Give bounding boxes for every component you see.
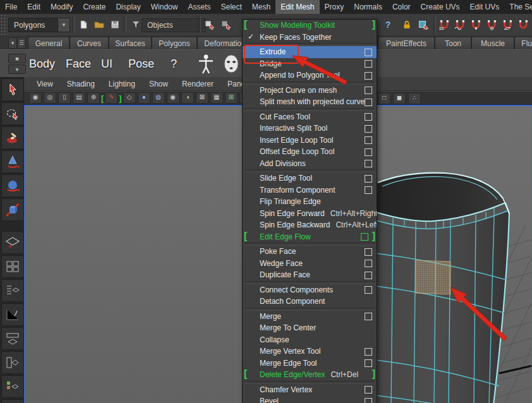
snap-to-grids-icon[interactable] bbox=[437, 18, 452, 32]
rotate-tool[interactable] bbox=[1, 174, 24, 197]
option-box[interactable] bbox=[365, 260, 372, 267]
face-mask-icon[interactable] bbox=[220, 52, 243, 75]
image-plane-icon[interactable]: ▤ bbox=[73, 92, 85, 104]
cameras-icon[interactable]: ▦ bbox=[210, 92, 223, 104]
menu-item-extrude[interactable]: Extrude bbox=[243, 46, 377, 58]
shelf-button-ui[interactable]: UI bbox=[101, 50, 112, 78]
shelf-tab-polygons[interactable]: Polygons bbox=[152, 37, 197, 49]
shelf-button-help[interactable]: ? bbox=[171, 50, 177, 78]
menu-item-poke-face[interactable]: Poke Face bbox=[243, 246, 377, 258]
make-live-icon[interactable] bbox=[516, 18, 531, 32]
menu-file[interactable]: File bbox=[0, 0, 22, 14]
menu-item-show-modeling-toolkit[interactable]: []Show Modeling Toolkit bbox=[243, 20, 377, 32]
shelf-tab-toon[interactable]: Toon bbox=[435, 37, 471, 49]
option-box[interactable] bbox=[365, 359, 372, 367]
menu-modify[interactable]: Modify bbox=[45, 0, 78, 14]
option-box[interactable] bbox=[365, 286, 372, 294]
option-box[interactable] bbox=[365, 148, 372, 156]
shelf-tab-surfaces[interactable]: Surfaces bbox=[109, 37, 152, 49]
menu-item-interactive-split-tool[interactable]: Interactive Split Tool bbox=[243, 123, 377, 135]
shelf-item-up-icon[interactable]: ■ bbox=[8, 54, 26, 63]
option-box[interactable] bbox=[365, 348, 372, 356]
paint-select-tool[interactable] bbox=[1, 126, 24, 149]
select-by-object-icon[interactable] bbox=[219, 18, 233, 32]
panel-menu-view[interactable]: View bbox=[37, 80, 53, 88]
panel-menu-shading[interactable]: Shading bbox=[67, 80, 95, 88]
shelf-item-down-icon[interactable]: ▾ bbox=[8, 64, 26, 74]
menu-edit-uvs[interactable]: Edit UVs bbox=[465, 0, 505, 14]
xray-icon[interactable]: ⊠ bbox=[196, 92, 209, 104]
panel-menu-show[interactable]: Show bbox=[149, 80, 168, 88]
lock-icon[interactable] bbox=[399, 18, 414, 32]
menu-item-bevel[interactable]: Bevel bbox=[243, 395, 377, 403]
quick-layout-button-3[interactable] bbox=[1, 279, 24, 302]
option-box[interactable] bbox=[365, 87, 372, 94]
menu-item-spin-edge-forward[interactable]: Spin Edge ForwardCtrl+Alt+Right bbox=[243, 208, 377, 220]
option-box[interactable] bbox=[365, 398, 372, 403]
menu-item-duplicate-face[interactable]: Duplicate Face bbox=[243, 269, 377, 281]
menu-item-collapse[interactable]: Collapse bbox=[243, 334, 377, 346]
snap-to-points-icon[interactable] bbox=[469, 18, 483, 32]
option-box[interactable] bbox=[365, 313, 372, 320]
menu-item-bridge[interactable]: Bridge bbox=[243, 58, 377, 70]
quick-layout-button-2[interactable] bbox=[1, 255, 24, 278]
move-tool[interactable] bbox=[1, 150, 24, 173]
select-by-hierarchy-icon[interactable] bbox=[202, 18, 217, 32]
select-tool[interactable] bbox=[1, 78, 24, 101]
menu-proxy[interactable]: Proxy bbox=[320, 0, 349, 14]
t-pose-figure-icon[interactable] bbox=[195, 52, 217, 75]
quick-layout-button-6[interactable] bbox=[1, 351, 24, 374]
menu-item-offset-edge-loop-tool[interactable]: Offset Edge Loop Tool bbox=[243, 146, 377, 158]
option-box[interactable] bbox=[361, 233, 368, 241]
shadows-icon[interactable]: ◑ bbox=[181, 92, 194, 104]
shelf-tab-painteffects[interactable]: PaintEffects bbox=[378, 37, 435, 49]
shelf-tab-general[interactable]: General bbox=[28, 37, 70, 49]
smooth-shade-icon[interactable]: ● bbox=[138, 92, 150, 104]
menu-item-cut-faces-tool[interactable]: Cut Faces Tool bbox=[243, 111, 377, 123]
option-box[interactable] bbox=[365, 99, 372, 106]
menu-set-selector[interactable]: Polygons ▼ bbox=[8, 18, 70, 32]
panel-menu-lighting[interactable]: Lighting bbox=[109, 80, 135, 88]
menu-item-add-divisions[interactable]: Add Divisions bbox=[243, 158, 377, 170]
menu-item-edit-edge-flow[interactable]: []Edit Edge Flow bbox=[243, 231, 377, 243]
menu-color[interactable]: Color bbox=[387, 0, 416, 14]
lighting-mode-icon[interactable]: ◉ bbox=[167, 92, 179, 104]
menu-normals[interactable]: Normals bbox=[349, 0, 387, 14]
quick-layout-button-5[interactable] bbox=[1, 327, 24, 350]
menu-item-insert-edge-loop-tool[interactable]: Insert Edge Loop Tool bbox=[243, 135, 377, 147]
option-box[interactable] bbox=[365, 49, 372, 56]
menu-item-project-curve-on-mesh[interactable]: Project Curve on mesh bbox=[243, 85, 377, 97]
highlight-selection-icon[interactable] bbox=[416, 18, 430, 32]
grid-toggle-icon[interactable]: ⊞ bbox=[225, 92, 238, 104]
option-box[interactable] bbox=[365, 136, 372, 144]
panel-menu-renderer[interactable]: Renderer bbox=[182, 80, 214, 88]
shelf-button-body[interactable]: Body bbox=[29, 50, 55, 78]
option-box[interactable] bbox=[365, 72, 372, 80]
menu-item-transform-component[interactable]: Transform Component bbox=[243, 184, 377, 196]
textured-mode-icon[interactable]: ◍ bbox=[152, 92, 165, 104]
menu-item-spin-edge-backward[interactable]: Spin Edge BackwardCtrl+Alt+Left bbox=[243, 219, 377, 231]
default-material-icon[interactable]: □ bbox=[378, 93, 390, 104]
pan-zoom-icon[interactable]: ⊕ bbox=[87, 92, 100, 104]
menu-item-keep-faces-together[interactable]: ✓Keep Faces Together bbox=[243, 32, 377, 44]
shelf-tab-curves[interactable]: Curves bbox=[70, 37, 109, 49]
menu-mesh[interactable]: Mesh bbox=[247, 0, 275, 14]
shelf-menu-icon[interactable]: ☰ bbox=[17, 37, 26, 49]
menu-item-detach-component[interactable]: Detach Component bbox=[243, 296, 377, 308]
quick-layout-button-1[interactable] bbox=[1, 231, 24, 254]
option-box[interactable] bbox=[365, 113, 372, 121]
save-scene-icon[interactable] bbox=[107, 18, 122, 32]
option-box[interactable] bbox=[365, 248, 372, 256]
selected-face[interactable] bbox=[416, 260, 450, 294]
menu-item-merge-vertex-tool[interactable]: Merge Vertex Tool bbox=[243, 346, 377, 358]
snap-to-view-planes-icon[interactable] bbox=[500, 18, 515, 32]
menu-item-append-to-polygon-tool[interactable]: Append to Polygon Tool bbox=[243, 69, 377, 81]
new-scene-icon[interactable] bbox=[76, 18, 90, 32]
menu-item-split-mesh-with-projected-curve[interactable]: Split mesh with projected curve bbox=[243, 96, 377, 108]
menu-item-chamfer-vertex[interactable]: Chamfer Vertex bbox=[243, 384, 377, 396]
help-icon[interactable]: ? bbox=[380, 18, 395, 32]
textured-cube-icon[interactable]: ◼ bbox=[393, 93, 406, 104]
menu-assets[interactable]: Assets bbox=[183, 0, 215, 14]
status-line-grip[interactable] bbox=[0, 14, 6, 35]
option-box[interactable] bbox=[365, 386, 372, 394]
